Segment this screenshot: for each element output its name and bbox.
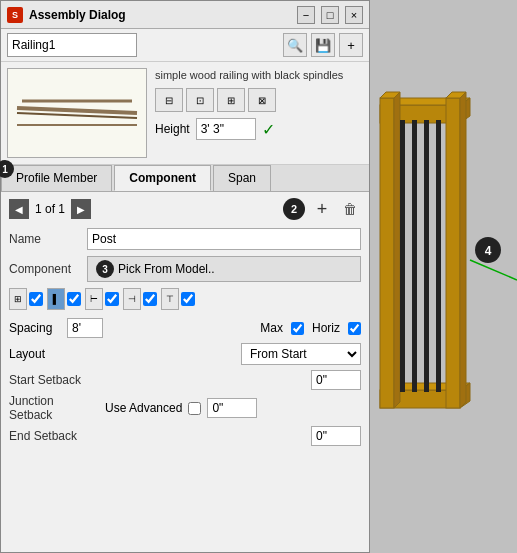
description-text: simple wood railing with black spindles [155, 68, 363, 82]
svg-rect-14 [446, 98, 460, 408]
nav-prev-button[interactable]: ◀ [9, 199, 29, 219]
pick-from-model-button[interactable]: 3 Pick From Model.. [87, 256, 361, 282]
tool-check-4[interactable] [143, 292, 157, 306]
horiz-checkbox[interactable] [348, 322, 361, 335]
junction-setback-input[interactable] [207, 398, 257, 418]
height-confirm-button[interactable]: ✓ [262, 120, 275, 139]
tab-profile-member-label: Profile Member [16, 171, 97, 185]
railing-name-input[interactable] [7, 33, 137, 57]
height-input[interactable] [196, 118, 256, 140]
svg-rect-11 [380, 98, 394, 408]
layout-row: Layout From Start From End Centered Just… [9, 343, 361, 365]
layout-select[interactable]: From Start From End Centered Justify [241, 343, 361, 365]
tab-span[interactable]: Span [213, 165, 271, 191]
nav-row: ◀ 1 of 1 ▶ 2 + 🗑 [9, 198, 361, 220]
tool-icon-1[interactable]: ⊞ [9, 288, 27, 310]
component-form-row: Component 3 Pick From Model.. [9, 256, 361, 282]
save-button[interactable]: 💾 [311, 33, 335, 57]
icon-btn-3[interactable]: ⊞ [217, 88, 245, 112]
preview-right: simple wood railing with black spindles … [155, 68, 363, 158]
toolbar-right: 🔍 💾 + [283, 33, 363, 57]
spacing-row: Spacing Max Horiz [9, 318, 361, 338]
maximize-button[interactable]: □ [321, 6, 339, 24]
window-controls: − □ × [297, 6, 363, 24]
horiz-label: Horiz [312, 321, 340, 335]
pick-badge-3: 3 [96, 260, 114, 278]
assembly-dialog: S Assembly Dialog − □ × 🔍 💾 + [0, 0, 370, 553]
tool-icon-3[interactable]: ⊢ [85, 288, 103, 310]
start-setback-label: Start Setback [9, 373, 99, 387]
tab-profile-member[interactable]: 1 Profile Member [1, 165, 112, 191]
height-row: Height ✓ [155, 118, 363, 140]
tool-check-2[interactable] [67, 292, 81, 306]
junction-setback-label: Junction Setback [9, 394, 99, 422]
spacing-label: Spacing [9, 321, 59, 335]
svg-text:4: 4 [485, 244, 492, 258]
component-section: ◀ 1 of 1 ▶ 2 + 🗑 Name Component 3 Pick F… [1, 192, 369, 552]
spacing-input[interactable] [67, 318, 103, 338]
nav-right: 2 + 🗑 [283, 198, 361, 220]
add-button[interactable]: + [339, 33, 363, 57]
component-form-label: Component [9, 262, 81, 276]
tab-span-label: Span [228, 171, 256, 185]
setback-row-junction: Junction Setback Use Advanced [9, 394, 361, 422]
tool-icon-2[interactable]: ▌ [47, 288, 65, 310]
max-label: Max [260, 321, 283, 335]
app-icon: S [7, 7, 23, 23]
svg-rect-19 [424, 120, 429, 392]
name-form-label: Name [9, 232, 81, 246]
nav-label: 1 of 1 [35, 202, 65, 216]
railing-preview-svg [12, 93, 142, 133]
icon-btn-4[interactable]: ⊠ [248, 88, 276, 112]
tab-badge-1: 1 [0, 160, 14, 178]
height-label: Height [155, 122, 190, 136]
use-advanced-checkbox[interactable] [188, 402, 201, 415]
icon-btn-1[interactable]: ⊟ [155, 88, 183, 112]
svg-line-0 [17, 108, 137, 113]
tabs-row: 1 Profile Member Component Span [1, 165, 369, 192]
minimize-button[interactable]: − [297, 6, 315, 24]
tab-component-label: Component [129, 171, 196, 185]
svg-rect-17 [400, 120, 405, 392]
tool-check-1[interactable] [29, 292, 43, 306]
svg-rect-20 [436, 120, 441, 392]
tool-group-3: ⊢ [85, 288, 119, 310]
layout-label: Layout [9, 347, 59, 361]
3d-view: 4 [370, 0, 517, 553]
search-button[interactable]: 🔍 [283, 33, 307, 57]
right-panel: 4 [370, 0, 517, 553]
end-setback-label: End Setback [9, 429, 99, 443]
title-bar: S Assembly Dialog − □ × [1, 1, 369, 29]
use-advanced-label: Use Advanced [105, 401, 182, 415]
tool-group-1: ⊞ [9, 288, 43, 310]
tab-component[interactable]: Component [114, 165, 211, 191]
3d-view-svg: 4 [370, 0, 517, 553]
nav-badge-2: 2 [283, 198, 305, 220]
icon-row: ⊟ ⊡ ⊞ ⊠ [155, 88, 363, 112]
component-name-input[interactable] [87, 228, 361, 250]
tool-check-3[interactable] [105, 292, 119, 306]
tool-icon-5[interactable]: ⊤ [161, 288, 179, 310]
end-setback-input[interactable] [311, 426, 361, 446]
tool-group-4: ⊣ [123, 288, 157, 310]
dialog-title: Assembly Dialog [29, 8, 297, 22]
delete-component-button[interactable]: 🗑 [339, 198, 361, 220]
setback-row-start: Start Setback [9, 370, 361, 390]
preview-image [7, 68, 147, 158]
name-form-row: Name [9, 228, 361, 250]
pick-label: Pick From Model.. [118, 262, 215, 276]
nav-next-button[interactable]: ▶ [71, 199, 91, 219]
tool-group-2: ▌ [47, 288, 81, 310]
start-setback-input[interactable] [311, 370, 361, 390]
icons-toolbar: ⊞ ▌ ⊢ ⊣ ⊤ [9, 288, 361, 310]
tool-icon-4[interactable]: ⊣ [123, 288, 141, 310]
tool-group-5: ⊤ [161, 288, 195, 310]
icon-btn-2[interactable]: ⊡ [186, 88, 214, 112]
add-component-button[interactable]: + [311, 198, 333, 220]
svg-marker-16 [460, 92, 466, 408]
name-row: 🔍 💾 + [1, 29, 369, 62]
tool-check-5[interactable] [181, 292, 195, 306]
max-checkbox[interactable] [291, 322, 304, 335]
close-button[interactable]: × [345, 6, 363, 24]
preview-area: simple wood railing with black spindles … [1, 62, 369, 165]
